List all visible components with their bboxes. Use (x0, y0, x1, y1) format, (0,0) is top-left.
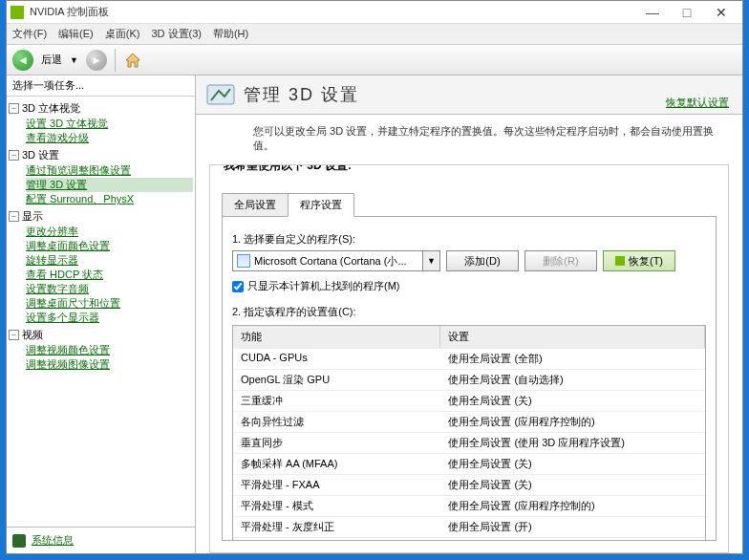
chevron-down-icon: ▼ (422, 251, 439, 270)
tree-group[interactable]: −3D 设置 (9, 147, 193, 163)
program-select[interactable]: Microsoft Cortana (Cortana (小... ▼ (232, 250, 440, 271)
row-feature: CUDA - GPUs (233, 349, 440, 369)
cortana-icon (237, 254, 250, 268)
sysinfo-icon (12, 534, 26, 548)
col-feature: 功能 (233, 326, 440, 348)
add-button[interactable]: 添加(D) (446, 250, 519, 271)
menu-help[interactable]: 帮助(H) (213, 27, 248, 41)
tree-item[interactable]: 设置数字音频 (26, 282, 193, 296)
maximize-button[interactable]: □ (670, 2, 704, 23)
row-feature: 平滑处理 - 灰度纠正 (233, 517, 440, 537)
tree-item[interactable]: 查看游戏分级 (26, 131, 193, 145)
row-feature: 平滑处理 - 模式 (233, 496, 440, 516)
tree-item[interactable]: 查看 HDCP 状态 (26, 268, 193, 282)
task-tree: −3D 立体视觉设置 3D 立体视觉查看游戏分级−3D 设置通过预览调整图像设置… (7, 97, 195, 527)
table-row[interactable]: 多帧采样 AA (MFAA)使用全局设置 (关) (233, 453, 705, 474)
page-header: 管理 3D 设置 恢复默认设置 (196, 75, 742, 115)
restore-button-label: 恢复(T) (629, 255, 663, 267)
row-value: 使用全局设置 (应用程序控制的) (440, 496, 705, 516)
back-dropdown-icon[interactable]: ▼ (70, 55, 78, 65)
settings-table-header: 功能 设置 (233, 326, 705, 348)
home-icon[interactable] (123, 51, 142, 70)
row-feature: OpenGL 渲染 GPU (233, 370, 440, 390)
tree-group[interactable]: −视频 (9, 327, 193, 343)
row-value: 使用全局设置 (自动选择) (440, 370, 705, 390)
tree-item[interactable]: 调整视频颜色设置 (26, 343, 193, 357)
toolbar: ◄ 后退 ▼ ► (7, 45, 742, 75)
row-value: 使用全局设置 (使用 3D 应用程序设置) (440, 433, 705, 453)
tree-item[interactable]: 调整桌面颜色设置 (26, 239, 193, 253)
nvidia-icon (11, 6, 24, 19)
table-row[interactable]: 垂直同步使用全局设置 (使用 3D 应用程序设置) (233, 432, 705, 453)
tab-strip: 全局设置 程序设置 (222, 192, 717, 216)
row-feature: 三重缓冲 (233, 391, 440, 411)
tree-group[interactable]: −显示 (9, 208, 193, 225)
minimize-button[interactable]: — (635, 2, 670, 23)
row-feature: 平滑处理 - 设置 (233, 538, 440, 541)
sidebar: 选择一项任务... −3D 立体视觉设置 3D 立体视觉查看游戏分级−3D 设置… (7, 75, 196, 553)
tree-item[interactable]: 设置 3D 立体视觉 (26, 117, 193, 131)
row-value: 使用全局设置 (开) (440, 517, 705, 537)
tree-item[interactable]: 设置多个显示器 (26, 311, 193, 325)
table-row[interactable]: 平滑处理 - FXAA使用全局设置 (关) (233, 474, 705, 495)
row-feature: 多帧采样 AA (MFAA) (233, 454, 440, 474)
collapse-icon[interactable]: − (9, 211, 19, 222)
table-row[interactable]: 三重缓冲使用全局设置 (关) (233, 390, 705, 411)
tree-item[interactable]: 配置 Surround、PhysX (26, 192, 193, 206)
collapse-icon[interactable]: − (9, 103, 19, 114)
settings-groupbox: 我希望使用以下 3D 设置: 全局设置 程序设置 1. 选择要自定义的程序(S)… (209, 164, 729, 553)
tree-item[interactable]: 旋转显示器 (26, 253, 193, 268)
table-row[interactable]: CUDA - GPUs使用全局设置 (全部) (233, 348, 705, 369)
row-value: 使用全局设置 (关) (440, 475, 705, 495)
back-button[interactable]: ◄ (12, 50, 33, 71)
system-info-link[interactable]: 系统信息 (32, 533, 74, 548)
only-found-label: 只显示本计算机上找到的程序(M) (247, 279, 400, 293)
row-value: 使用全局设置 (全部) (440, 349, 705, 369)
tree-group-label: 显示 (22, 209, 43, 224)
page-title: 管理 3D 设置 (244, 83, 359, 106)
tab-panel-program: 1. 选择要自定义的程序(S): Microsoft Cortana (Cort… (222, 216, 717, 541)
program-select-value: Microsoft Cortana (Cortana (小... (254, 254, 422, 269)
row-value: 使用全局设置 (关) (440, 391, 705, 411)
page-description: 您可以更改全局 3D 设置，并建立特定程序的置换值。每次这些特定程序启动时，都会… (196, 115, 742, 159)
collapse-icon[interactable]: − (9, 150, 19, 161)
tree-group[interactable]: −3D 立体视觉 (9, 100, 193, 117)
tree-item[interactable]: 通过预览调整图像设置 (26, 163, 193, 178)
settings-table: 功能 设置 CUDA - GPUs使用全局设置 (全部)OpenGL 渲染 GP… (232, 325, 706, 541)
restore-defaults-link[interactable]: 恢复默认设置 (666, 96, 729, 110)
col-setting: 设置 (440, 326, 705, 348)
menubar: 文件(F) 编辑(E) 桌面(K) 3D 设置(3) 帮助(H) (7, 24, 742, 45)
menu-3d[interactable]: 3D 设置(3) (151, 27, 202, 41)
tree-item[interactable]: 调整视频图像设置 (26, 357, 193, 372)
tab-global[interactable]: 全局设置 (222, 193, 289, 217)
tree-item[interactable]: 调整桌面尺寸和位置 (26, 296, 193, 311)
tree-item[interactable]: 更改分辨率 (26, 225, 193, 239)
tree-group-label: 视频 (22, 328, 43, 342)
main-panel: 管理 3D 设置 恢复默认设置 您可以更改全局 3D 设置，并建立特定程序的置换… (196, 75, 742, 553)
restore-program-button[interactable]: 恢复(T) (603, 250, 675, 271)
menu-file[interactable]: 文件(F) (12, 27, 47, 41)
table-row[interactable]: 各向异性过滤使用全局设置 (应用程序控制的) (233, 411, 705, 432)
menu-desktop[interactable]: 桌面(K) (105, 27, 140, 41)
table-row[interactable]: 平滑处理 - 模式使用全局设置 (应用程序控制的) (233, 495, 705, 516)
row-feature: 平滑处理 - FXAA (233, 475, 440, 495)
toolbar-separator (115, 49, 116, 72)
row-feature: 各向异性过滤 (233, 412, 440, 432)
only-found-checkbox-input[interactable] (232, 281, 244, 292)
table-row[interactable]: 平滑处理 - 设置使用全局设置 (应用程序控制的) (233, 537, 705, 541)
table-row[interactable]: 平滑处理 - 灰度纠正使用全局设置 (开) (233, 516, 705, 537)
tree-item[interactable]: 管理 3D 设置 (26, 178, 193, 192)
only-found-checkbox[interactable]: 只显示本计算机上找到的程序(M) (232, 279, 706, 293)
tab-program[interactable]: 程序设置 (288, 193, 354, 217)
nvidia-square-icon (615, 256, 625, 266)
app-window: NVIDIA 控制面板 — □ ✕ 文件(F) 编辑(E) 桌面(K) 3D 设… (6, 0, 743, 554)
forward-button[interactable]: ► (86, 50, 107, 71)
close-button[interactable]: ✕ (704, 2, 738, 23)
row-value: 使用全局设置 (应用程序控制的) (440, 412, 705, 432)
table-row[interactable]: OpenGL 渲染 GPU使用全局设置 (自动选择) (233, 369, 705, 390)
collapse-icon[interactable]: − (9, 330, 19, 340)
remove-button: 删除(R) (524, 250, 597, 271)
row-value: 使用全局设置 (关) (440, 454, 705, 474)
menu-edit[interactable]: 编辑(E) (58, 27, 94, 41)
step1-label: 1. 选择要自定义的程序(S): (232, 232, 706, 247)
